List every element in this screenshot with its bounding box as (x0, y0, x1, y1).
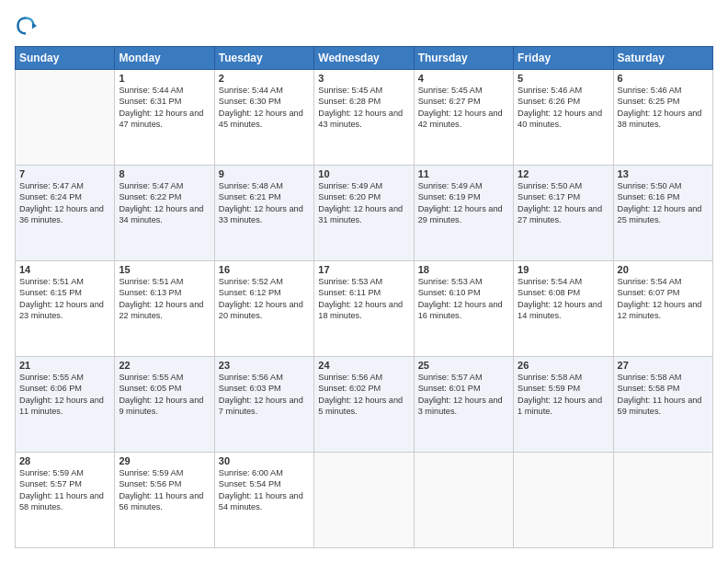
table-row: 27 Sunrise: 5:58 AM Sunset: 5:58 PM Dayl… (613, 357, 712, 453)
day-number: 2 (219, 73, 310, 84)
daylight-text: Daylight: 12 hours and 18 minutes. (318, 300, 403, 320)
sunrise-text: Sunrise: 5:54 AM (518, 277, 582, 286)
sunrise-text: Sunrise: 5:57 AM (418, 373, 483, 382)
day-number: 21 (19, 360, 110, 371)
day-number: 16 (219, 264, 310, 275)
day-number: 22 (119, 360, 210, 371)
table-row (16, 70, 115, 166)
sunset-text: Sunset: 5:57 PM (19, 479, 82, 488)
sunrise-text: Sunrise: 5:59 AM (19, 468, 84, 477)
cell-info: Sunrise: 5:50 AM Sunset: 6:16 PM Dayligh… (618, 180, 709, 226)
sunrise-text: Sunrise: 5:54 AM (618, 277, 682, 286)
daylight-text: Daylight: 12 hours and 23 minutes. (19, 300, 104, 320)
sunset-text: Sunset: 6:24 PM (19, 192, 82, 201)
cell-info: Sunrise: 5:49 AM Sunset: 6:19 PM Dayligh… (418, 180, 509, 226)
day-number: 29 (119, 455, 210, 466)
sunrise-text: Sunrise: 5:59 AM (119, 468, 183, 477)
cell-info: Sunrise: 5:55 AM Sunset: 6:05 PM Dayligh… (119, 372, 210, 418)
sunrise-text: Sunrise: 5:45 AM (318, 86, 382, 95)
table-row: 24 Sunrise: 5:56 AM Sunset: 6:02 PM Dayl… (314, 357, 414, 453)
table-row (314, 453, 414, 548)
table-row: 19 Sunrise: 5:54 AM Sunset: 6:08 PM Dayl… (514, 261, 613, 357)
day-number: 20 (618, 264, 709, 275)
header-thursday: Thursday (414, 47, 513, 70)
daylight-text: Daylight: 12 hours and 14 minutes. (518, 300, 602, 320)
sunrise-text: Sunrise: 5:49 AM (318, 181, 382, 190)
sunset-text: Sunset: 6:26 PM (518, 97, 580, 106)
sunset-text: Sunset: 6:20 PM (318, 192, 381, 201)
sunset-text: Sunset: 6:30 PM (219, 97, 281, 106)
sunrise-text: Sunrise: 5:48 AM (219, 181, 283, 190)
sunrise-text: Sunrise: 5:58 AM (518, 373, 582, 382)
sunset-text: Sunset: 6:15 PM (19, 288, 82, 297)
table-row: 3 Sunrise: 5:45 AM Sunset: 6:28 PM Dayli… (314, 70, 414, 166)
sunset-text: Sunset: 6:17 PM (518, 192, 580, 201)
sunset-text: Sunset: 6:21 PM (219, 192, 281, 201)
header-sunday: Sunday (16, 47, 115, 70)
day-number: 8 (119, 168, 210, 179)
sunset-text: Sunset: 5:56 PM (119, 479, 181, 488)
table-row: 10 Sunrise: 5:49 AM Sunset: 6:20 PM Dayl… (314, 166, 414, 261)
logo (15, 15, 40, 37)
cell-info: Sunrise: 6:00 AM Sunset: 5:54 PM Dayligh… (219, 467, 310, 513)
sunset-text: Sunset: 6:11 PM (318, 288, 381, 297)
sunset-text: Sunset: 6:12 PM (219, 288, 281, 297)
sunrise-text: Sunrise: 5:53 AM (318, 277, 382, 286)
daylight-text: Daylight: 12 hours and 34 minutes. (119, 204, 203, 224)
table-row: 13 Sunrise: 5:50 AM Sunset: 6:16 PM Dayl… (613, 166, 712, 261)
sunrise-text: Sunrise: 5:50 AM (618, 181, 682, 190)
cell-info: Sunrise: 5:54 AM Sunset: 6:08 PM Dayligh… (518, 276, 609, 322)
table-row: 6 Sunrise: 5:46 AM Sunset: 6:25 PM Dayli… (613, 70, 712, 166)
sunrise-text: Sunrise: 5:58 AM (618, 373, 682, 382)
sunrise-text: Sunrise: 5:55 AM (119, 373, 183, 382)
header-tuesday: Tuesday (214, 47, 313, 70)
cell-info: Sunrise: 5:48 AM Sunset: 6:21 PM Dayligh… (219, 180, 310, 226)
sunrise-text: Sunrise: 5:44 AM (219, 86, 283, 95)
day-number: 9 (219, 168, 310, 179)
day-number: 7 (19, 168, 110, 179)
daylight-text: Daylight: 12 hours and 47 minutes. (119, 109, 203, 129)
daylight-text: Daylight: 12 hours and 5 minutes. (318, 396, 403, 416)
daylight-text: Daylight: 12 hours and 36 minutes. (19, 204, 104, 224)
sunset-text: Sunset: 6:02 PM (318, 384, 381, 393)
table-row: 9 Sunrise: 5:48 AM Sunset: 6:21 PM Dayli… (214, 166, 313, 261)
daylight-text: Daylight: 12 hours and 40 minutes. (518, 109, 602, 129)
cell-info: Sunrise: 5:50 AM Sunset: 6:17 PM Dayligh… (518, 180, 609, 226)
day-number: 5 (518, 73, 609, 84)
day-number: 12 (518, 168, 609, 179)
daylight-text: Daylight: 12 hours and 27 minutes. (518, 204, 602, 224)
sunset-text: Sunset: 6:06 PM (19, 384, 82, 393)
logo-icon (15, 15, 37, 37)
daylight-text: Daylight: 12 hours and 3 minutes. (418, 396, 503, 416)
sunrise-text: Sunrise: 5:45 AM (418, 86, 483, 95)
day-number: 17 (318, 264, 409, 275)
sunrise-text: Sunrise: 5:55 AM (19, 373, 84, 382)
cell-info: Sunrise: 5:58 AM Sunset: 5:59 PM Dayligh… (518, 372, 609, 418)
cell-info: Sunrise: 5:55 AM Sunset: 6:06 PM Dayligh… (19, 372, 110, 418)
day-number: 30 (219, 455, 310, 466)
weekday-header-row: Sunday Monday Tuesday Wednesday Thursday… (16, 47, 713, 70)
cell-info: Sunrise: 5:49 AM Sunset: 6:20 PM Dayligh… (318, 180, 409, 226)
daylight-text: Daylight: 12 hours and 7 minutes. (219, 396, 303, 416)
sunrise-text: Sunrise: 5:46 AM (518, 86, 582, 95)
sunset-text: Sunset: 6:13 PM (119, 288, 181, 297)
sunrise-text: Sunrise: 5:56 AM (219, 373, 283, 382)
sunrise-text: Sunrise: 5:47 AM (119, 181, 183, 190)
sunset-text: Sunset: 6:27 PM (418, 97, 481, 106)
day-number: 11 (418, 168, 509, 179)
page: Sunday Monday Tuesday Wednesday Thursday… (0, 0, 728, 563)
daylight-text: Daylight: 11 hours and 56 minutes. (119, 491, 203, 511)
cell-info: Sunrise: 5:45 AM Sunset: 6:27 PM Dayligh… (418, 85, 509, 131)
cell-info: Sunrise: 5:57 AM Sunset: 6:01 PM Dayligh… (418, 372, 509, 418)
table-row: 21 Sunrise: 5:55 AM Sunset: 6:06 PM Dayl… (16, 357, 115, 453)
table-row (414, 453, 513, 548)
daylight-text: Daylight: 12 hours and 12 minutes. (618, 300, 702, 320)
day-number: 14 (19, 264, 110, 275)
sunrise-text: Sunrise: 5:56 AM (318, 373, 382, 382)
calendar-week-row: 14 Sunrise: 5:51 AM Sunset: 6:15 PM Dayl… (16, 261, 713, 357)
table-row: 1 Sunrise: 5:44 AM Sunset: 6:31 PM Dayli… (115, 70, 214, 166)
day-number: 15 (119, 264, 210, 275)
sunset-text: Sunset: 6:28 PM (318, 97, 381, 106)
table-row: 29 Sunrise: 5:59 AM Sunset: 5:56 PM Dayl… (115, 453, 214, 548)
cell-info: Sunrise: 5:53 AM Sunset: 6:10 PM Dayligh… (418, 276, 509, 322)
